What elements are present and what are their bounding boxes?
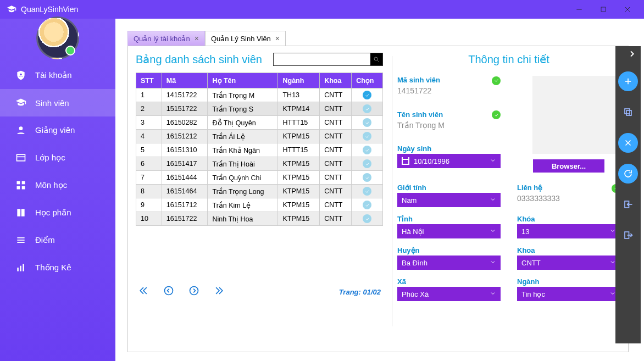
window-close-button[interactable] [615,1,640,18]
sidebar-item-label: Lớp học [35,153,65,163]
column-header[interactable]: Khoa [320,73,352,88]
action-delete-button[interactable] [618,133,638,153]
action-bar [615,46,641,343]
combo-khoa[interactable]: CNTT [517,256,620,270]
action-expand-button[interactable] [628,49,641,60]
table-row[interactable]: 114151722Trần Trọng MTH13CNTT [136,88,383,102]
table-row[interactable]: 616151417Trần Thị HoàiKTPM15CNTT [136,157,383,171]
tab-quản-lý-tài-khoản[interactable]: Quản lý tài khoản× [127,31,205,46]
cell-chon[interactable] [352,157,383,171]
chevron-right-icon [628,49,636,58]
search-button[interactable] [370,53,382,65]
cell-khoa: CNTT [320,102,352,116]
pager-prev-button[interactable] [163,285,174,298]
column-header[interactable]: Họ Tên [208,73,278,88]
cell-ma: 16151417 [162,157,208,171]
window-minimize-button[interactable] [567,1,591,18]
table-row[interactable]: 1016151722Ninh Thị HoaKTPM15CNTT [136,212,383,226]
cell-ma: 15151722 [162,102,208,116]
cell-chon[interactable] [352,185,383,198]
cell-hoten: Trần Quỳnh Chi [208,171,278,185]
action-export-button[interactable] [618,225,638,245]
tab-quản-lý-sinh-viên[interactable]: Quản Lý Sinh Viên× [205,31,286,46]
cell-ma: 16151464 [162,185,208,198]
browse-photo-button[interactable]: Browser... [533,159,604,173]
cell-hoten: Trần Ái Lệ [208,130,278,143]
checkmark-icon [363,104,371,113]
action-copy-button[interactable] [618,102,638,122]
action-import-button[interactable] [618,195,638,214]
combo-tinh[interactable]: Hà Nội [397,224,501,238]
table-row[interactable]: 516151310Trần Khả NgânHTTT15CNTT [136,143,383,157]
cell-stt: 2 [136,102,162,116]
value-ma: 14151722 [397,85,501,95]
tab-close-icon[interactable]: × [195,34,199,43]
checkmark-icon [363,173,371,182]
label-huyen: Huyện [397,246,501,254]
copy-icon [623,107,633,117]
table-row[interactable]: 416151212Trần Ái LệKTPM15CNTT [136,130,383,143]
column-header[interactable]: Chọn [352,73,383,88]
detail-title: Thông tin chi tiết [397,53,620,66]
cell-chon[interactable] [352,116,383,130]
sidebar-item-label: Thống Kê [35,263,71,273]
field-gioi-tinh: Giới tính Nam [397,184,501,207]
pager-next-button[interactable] [188,285,199,298]
action-refresh-button[interactable] [618,164,638,184]
cell-hoten: Trần Trọng S [208,102,278,116]
checkmark-icon [363,214,371,223]
field-nganh: Ngành Tin học [517,277,620,301]
combo-xa[interactable]: Phúc Xá [397,287,501,301]
cell-stt: 3 [136,116,162,130]
pager: Trang: 01/02 [136,282,383,301]
sidebar-item-sinh-viên[interactable]: Sinh viên [0,89,115,116]
pager-first-button[interactable] [138,285,149,298]
svg-rect-17 [23,264,24,271]
sidebar-item-điểm[interactable]: Điểm [0,226,115,254]
table-row[interactable]: 316150282Đỗ Thị QuyênHTTT15CNTT [136,116,383,130]
label-gioitinh: Giới tính [397,184,501,192]
sidebar-item-tài-khoản[interactable]: Tài khoản [0,62,115,89]
column-header[interactable]: Ngành [278,73,320,88]
cell-hoten: Trần Trọng Long [208,185,278,198]
table-row[interactable]: 916151712Trần Kim LệKTPM15CNTT [136,198,383,212]
cell-chon[interactable] [352,102,383,116]
cell-chon[interactable] [352,143,383,157]
checkmark-icon [363,91,371,99]
combo-gioitinh[interactable]: Nam [397,193,501,207]
table-row[interactable]: 215151722Trần Trọng SKTPM14CNTT [136,102,383,116]
combo-huyen[interactable]: Ba Đình [397,256,501,270]
checkmark-icon [363,159,371,168]
search-input[interactable] [274,53,370,65]
cell-chon[interactable] [352,198,383,212]
cell-chon[interactable] [352,88,383,102]
cell-khoa: CNTT [320,198,352,212]
pager-last-button[interactable] [214,285,225,298]
combo-khoa-num[interactable]: 13 [517,224,620,238]
cell-chon[interactable] [352,171,383,185]
student-photo-placeholder [532,76,620,154]
sidebar-item-thống-kê[interactable]: Thống Kê [0,254,115,281]
tab-close-icon[interactable]: × [275,34,280,43]
sidebar-item-lớp-học[interactable]: Lớp học [0,144,115,171]
graduation-cap-icon [15,97,26,108]
field-ten-sinh-vien: Tên sinh viên Trần Trọng M [397,110,501,137]
column-header[interactable]: STT [136,73,162,88]
column-header[interactable]: Mã [162,73,208,88]
window-maximize-button[interactable] [591,1,615,18]
table-row[interactable]: 716151444Trần Quỳnh ChiKTPM15CNTT [136,171,383,185]
sidebar-item-giảng-viên[interactable]: Giảng viên [0,116,115,144]
cell-chon[interactable] [352,212,383,226]
tab-bar: Quản lý tài khoản×Quản Lý Sinh Viên× [127,31,644,46]
checkmark-icon [363,146,371,154]
date-picker-ngaysinh[interactable]: 10/10/1996 [397,154,501,168]
cell-stt: 9 [136,198,162,212]
combo-nganh[interactable]: Tin học [517,287,620,301]
action-add-button[interactable] [618,71,638,91]
cell-stt: 1 [136,88,162,102]
table-row[interactable]: 816151464Trần Trọng LongKTPM15CNTT [136,185,383,198]
sidebar-item-học-phần[interactable]: Học phần [0,199,115,226]
cell-chon[interactable] [352,130,383,143]
sidebar-item-môn-học[interactable]: Môn học [0,171,115,199]
user-avatar[interactable] [36,16,79,59]
